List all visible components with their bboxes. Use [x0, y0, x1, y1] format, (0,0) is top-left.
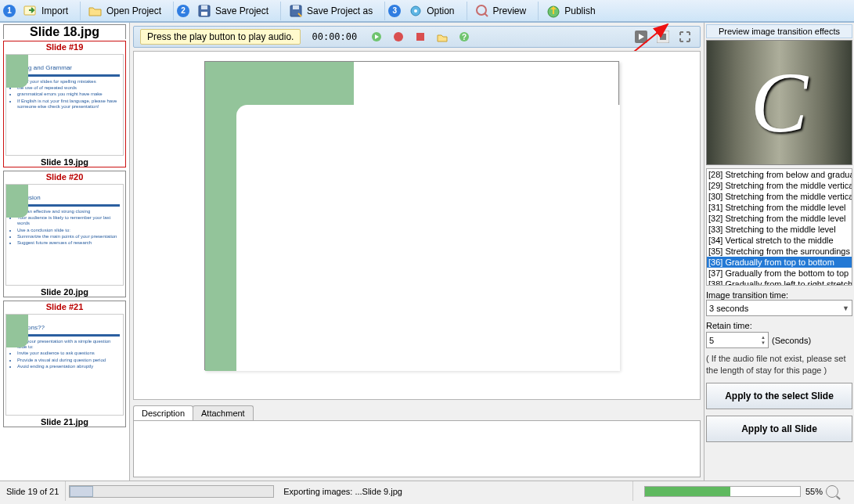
- import-icon: [23, 3, 38, 19]
- svg-rect-5: [293, 5, 299, 9]
- folder-open-icon: [88, 3, 103, 19]
- separator: [538, 2, 539, 20]
- preview-letter: C: [751, 53, 808, 153]
- zoom-icon[interactable]: [826, 485, 838, 498]
- effect-option[interactable]: [32] Stretching from the middle level: [707, 213, 852, 224]
- effect-option[interactable]: [30] Stretching from the middle vertical…: [707, 191, 852, 202]
- effects-listbox[interactable]: [28] Stretching from below and gradually…: [706, 168, 852, 286]
- retain-time-label: Retain time:: [706, 321, 852, 330]
- play-button[interactable]: [368, 28, 385, 45]
- effect-option[interactable]: [28] Stretching from below and gradually: [707, 169, 852, 180]
- save-project-as-button[interactable]: Save Project as: [284, 1, 381, 21]
- preview-button[interactable]: Preview: [470, 1, 535, 21]
- transition-time-combo[interactable]: 3 seconds ▼: [706, 300, 852, 316]
- separator: [384, 2, 385, 20]
- option-label: Option: [427, 5, 454, 16]
- status-slide-position: Slide 19 of 21: [0, 481, 66, 501]
- slide-preview: Spelling and GrammarProof your slides fo…: [5, 54, 124, 156]
- publish-icon: [546, 3, 561, 19]
- slide-footer: Slide 20.jpg: [4, 287, 125, 297]
- audio-timer: 00:00:00: [312, 31, 357, 42]
- publish-button[interactable]: Publish: [542, 1, 604, 21]
- apply-to-selected-button[interactable]: Apply to the select Slide: [706, 383, 852, 409]
- save-project-label: Save Project: [215, 5, 268, 16]
- effect-option[interactable]: [29] Stretching from the middle vertical…: [707, 180, 852, 191]
- preview-icon: [474, 3, 490, 19]
- svg-rect-17: [660, 34, 666, 40]
- import-label: Import: [41, 5, 68, 16]
- save-icon: [196, 3, 212, 19]
- transition-time-label: Image transition time:: [706, 290, 852, 300]
- open-project-button[interactable]: Open Project: [84, 1, 170, 21]
- export-progress-percent: 55%: [805, 487, 823, 496]
- separator: [280, 2, 281, 20]
- effect-option[interactable]: [31] Stretching from the middle level: [707, 202, 852, 213]
- slide-preview: ConclusionUse an effective and strong cl…: [5, 184, 124, 286]
- step-2-badge: 2: [177, 5, 189, 17]
- open-audio-button[interactable]: [434, 28, 451, 45]
- status-export-text: Exporting images: ...Slide 9.jpg: [277, 481, 633, 501]
- apply-to-all-button[interactable]: Apply to all Slide: [706, 416, 852, 442]
- slide-preview: Questions??End your presentation with a …: [5, 314, 124, 416]
- svg-rect-3: [201, 12, 207, 16]
- tab-description[interactable]: Description: [133, 405, 193, 420]
- effect-option[interactable]: [37] Gradually from the bottom to top: [707, 268, 852, 279]
- retain-time-note: ( If the audio file not exist, please se…: [706, 353, 852, 376]
- help-button[interactable]: ?: [456, 28, 473, 45]
- playback-stop-button[interactable]: [654, 28, 672, 45]
- svg-rect-2: [201, 5, 207, 9]
- effect-option[interactable]: [35] Stretching from the surroundings: [707, 246, 852, 257]
- slide-footer: Slide 21.jpg: [4, 417, 125, 427]
- audio-bar: Press the play button to play audio. 00:…: [133, 26, 701, 48]
- retain-time-value: 5: [709, 336, 714, 345]
- effect-option[interactable]: [34] Vertical stretch to the middle: [707, 235, 852, 246]
- save-project-as-label: Save Project as: [307, 5, 373, 16]
- slide-panel[interactable]: Slide 18.jpg Slide #19Spelling and Gramm…: [0, 23, 130, 481]
- option-button[interactable]: Option: [404, 1, 463, 21]
- slide-thumbnail[interactable]: Slide #19Spelling and GrammarProof your …: [3, 41, 126, 167]
- stop-button[interactable]: [412, 28, 429, 45]
- open-project-label: Open Project: [106, 5, 161, 16]
- save-project-button[interactable]: Save Project: [193, 1, 277, 21]
- slide-header: Slide #19: [4, 41, 125, 52]
- status-scrollbar[interactable]: [66, 482, 277, 501]
- bottom-tabs: Description Attachment: [133, 403, 701, 477]
- fullscreen-button[interactable]: [676, 28, 694, 45]
- spinner-buttons[interactable]: ▲▼: [761, 335, 766, 346]
- separator: [467, 2, 467, 20]
- slide-canvas: [204, 61, 619, 370]
- description-textarea[interactable]: [133, 420, 701, 477]
- effect-option[interactable]: [33] Stretching to the middle level: [707, 224, 852, 235]
- step-3-badge: 3: [388, 5, 401, 17]
- retain-time-unit: (Seconds): [772, 336, 811, 345]
- svg-text:?: ?: [462, 33, 467, 41]
- svg-point-7: [414, 9, 417, 13]
- main-area: Slide 18.jpg Slide #19Spelling and Gramm…: [0, 22, 854, 481]
- svg-rect-12: [416, 33, 424, 41]
- slide-header: Slide #20: [4, 171, 125, 182]
- right-panel: Preview image transition effects C [28] …: [704, 23, 854, 481]
- main-toolbar: 1 Import Open Project 2 Save Project Sav…: [0, 0, 854, 22]
- center-area: Press the play button to play audio. 00:…: [130, 23, 704, 481]
- record-button[interactable]: [390, 28, 407, 45]
- retain-time-spinner[interactable]: 5 ▲▼: [706, 332, 769, 348]
- preview-label: Preview: [493, 5, 527, 16]
- right-panel-title: Preview image transition effects: [706, 24, 852, 38]
- slide-thumbnail[interactable]: Slide #21Questions??End your presentatio…: [3, 301, 126, 427]
- chevron-down-icon: ▼: [842, 304, 849, 312]
- effect-option[interactable]: [36] Gradually from top to bottom: [707, 257, 852, 268]
- export-progress-bar: [644, 486, 801, 497]
- slide-canvas-area[interactable]: [133, 51, 701, 400]
- transition-time-value: 3 seconds: [709, 304, 748, 313]
- slide-thumbnail[interactable]: Slide #20ConclusionUse an effective and …: [3, 171, 126, 297]
- publish-label: Publish: [564, 5, 595, 16]
- gear-icon: [408, 3, 423, 19]
- step-1-badge: 1: [3, 5, 16, 17]
- effect-option[interactable]: [38] Gradually from left to right stretc…: [707, 279, 852, 286]
- playback-play-button[interactable]: [632, 28, 650, 45]
- separator: [80, 2, 81, 20]
- import-button[interactable]: Import: [19, 1, 77, 21]
- tab-attachment[interactable]: Attachment: [193, 405, 254, 420]
- status-bar: Slide 19 of 21 Exporting images: ...Slid…: [0, 481, 854, 501]
- separator: [173, 2, 174, 20]
